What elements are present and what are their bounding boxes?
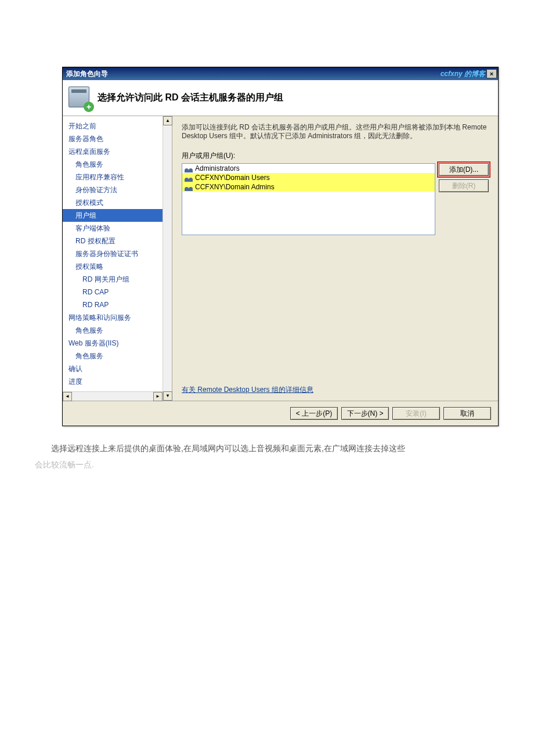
plus-badge-icon: +	[84, 102, 94, 112]
nav-item[interactable]: 网络策略和访问服务	[63, 311, 163, 324]
remove-button: 删除(R)	[439, 179, 489, 192]
nav-item[interactable]: 客户端体验	[63, 222, 163, 235]
add-button[interactable]: 添加(D)...	[439, 163, 489, 176]
nav-item[interactable]: RD 授权配置	[63, 235, 163, 247]
group-name: CCFXNY\Domain Users	[195, 174, 270, 182]
nav-item[interactable]: 应用程序兼容性	[63, 171, 163, 183]
nav-item[interactable]: 角色服务	[63, 158, 163, 171]
nav-item[interactable]: 确认	[63, 362, 163, 375]
wizard-content: 添加可以连接到此 RD 会话主机服务器的用户或用户组。这些用户和用户组将被添加到…	[172, 116, 498, 401]
server-icon: +	[68, 87, 92, 110]
sidebar-hscroll[interactable]: ◄ ►	[63, 391, 163, 401]
window-title: 添加角色向导	[66, 69, 441, 79]
nav-item[interactable]: 角色服务	[63, 350, 163, 362]
previous-button[interactable]: < 上一步(P)	[290, 407, 338, 420]
user-groups-listbox[interactable]: AdministratorsCCFXNY\Domain UsersCCFXNY\…	[182, 163, 435, 235]
close-icon[interactable]: ×	[486, 69, 497, 78]
group-name: CCFXNY\Domain Admins	[195, 183, 275, 191]
list-item[interactable]: CCFXNY\Domain Users	[182, 173, 435, 182]
list-item[interactable]: CCFXNY\Domain Admins	[182, 182, 435, 192]
next-button[interactable]: 下一步(N) >	[341, 407, 389, 420]
scroll-down-icon[interactable]: ▼	[163, 391, 172, 401]
group-icon	[185, 164, 193, 172]
scroll-left-icon[interactable]: ◄	[63, 392, 72, 401]
wizard-header: + 选择允许访问此 RD 会话主机服务器的用户组	[63, 80, 498, 116]
nav-item[interactable]: 身份验证方法	[63, 183, 163, 196]
watermark-text: ccfxny 的博客	[441, 69, 485, 79]
listbox-label: 用户或用户组(U):	[182, 151, 489, 161]
scroll-right-icon[interactable]: ►	[153, 392, 163, 401]
group-icon	[185, 183, 193, 191]
nav-item[interactable]: RD 网关用户组	[63, 273, 163, 286]
add-roles-wizard-dialog: 添加角色向导 ccfxny 的博客 × + 选择允许访问此 RD 会话主机服务器…	[62, 67, 499, 426]
more-info-link[interactable]: 有关 Remote Desktop Users 组的详细信息	[182, 385, 489, 395]
nav-item[interactable]: 进度	[63, 375, 163, 388]
caption-text: 选择远程连接上来后提供的桌面体验,在局域网内可以选上音视频和桌面元素,在广域网连…	[35, 440, 482, 473]
wizard-sidebar: 开始之前服务器角色远程桌面服务角色服务应用程序兼容性身份验证方法授权模式用户组客…	[63, 116, 163, 391]
nav-item[interactable]: 用户组	[63, 209, 163, 222]
list-item[interactable]: Administrators	[182, 164, 435, 173]
nav-item[interactable]: 远程桌面服务	[63, 145, 163, 158]
titlebar: 添加角色向导 ccfxny 的博客 ×	[63, 67, 498, 80]
nav-item[interactable]: 服务器角色	[63, 132, 163, 145]
nav-item[interactable]: 服务器身份验证证书	[63, 247, 163, 260]
scroll-up-icon[interactable]: ▲	[163, 116, 172, 125]
nav-item[interactable]: 开始之前	[63, 120, 163, 132]
install-button: 安装(I)	[392, 407, 440, 420]
group-icon	[185, 174, 193, 182]
nav-item[interactable]: 授权模式	[63, 196, 163, 209]
page-title: 选择允许访问此 RD 会话主机服务器的用户组	[98, 92, 283, 104]
nav-item[interactable]: 授权策略	[63, 260, 163, 273]
group-name: Administrators	[195, 164, 240, 172]
instruction-text: 添加可以连接到此 RD 会话主机服务器的用户或用户组。这些用户和用户组将被添加到…	[182, 123, 489, 141]
wizard-footer: < 上一步(P) 下一步(N) > 安装(I) 取消	[63, 401, 498, 426]
nav-item[interactable]: RD RAP	[63, 298, 163, 311]
nav-item[interactable]: 角色服务	[63, 324, 163, 337]
nav-item[interactable]: RD CAP	[63, 286, 163, 298]
cancel-button[interactable]: 取消	[443, 407, 491, 420]
sidebar-vscroll[interactable]: ▲ ▼	[163, 116, 172, 401]
nav-item[interactable]: Web 服务器(IIS)	[63, 337, 163, 350]
